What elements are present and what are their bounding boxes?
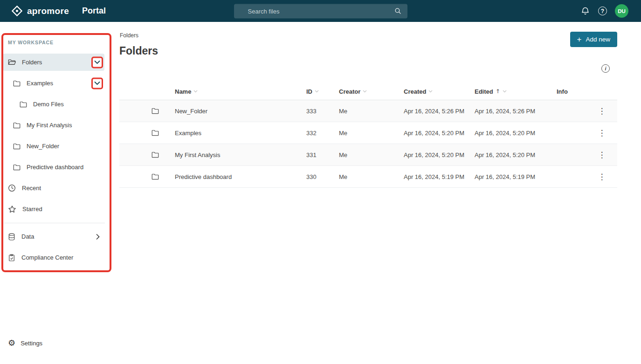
- apromore-logo-icon: [12, 6, 22, 16]
- sidebar-item-label: Demo Files: [33, 101, 64, 108]
- sidebar-item-label: Starred: [22, 206, 42, 213]
- row-id: 332: [306, 130, 339, 137]
- sort-caret-icon: [363, 90, 367, 93]
- user-avatar[interactable]: DU: [615, 4, 628, 18]
- folder-icon: [151, 129, 175, 137]
- row-created: Apr 16, 2024, 5:20 PM: [404, 130, 475, 137]
- sidebar-item-label: Examples: [27, 80, 53, 87]
- chevron-right-icon: [96, 234, 100, 240]
- sidebar-item-label: Compliance Center: [21, 254, 73, 261]
- row-edited: Apr 16, 2024, 5:26 PM: [475, 108, 557, 115]
- row-id: 333: [306, 108, 339, 115]
- column-header-edited[interactable]: Edited ↑: [475, 88, 557, 95]
- apromore-logo[interactable]: apromore: [0, 6, 69, 16]
- search-bar: [234, 4, 407, 18]
- sidebar-item-folders[interactable]: Folders: [0, 52, 112, 73]
- column-header-creator[interactable]: Creator: [339, 88, 404, 95]
- row-creator: Me: [339, 173, 404, 180]
- search-icon[interactable]: [394, 7, 402, 15]
- row-actions-kebab-icon[interactable]: ⋮: [598, 106, 606, 116]
- row-name: Predictive dashboard: [175, 173, 306, 180]
- clock-icon: [7, 184, 16, 192]
- sidebar-item-recent[interactable]: Recent: [0, 178, 112, 199]
- folder-icon: [13, 163, 21, 172]
- folder-icon: [13, 79, 21, 88]
- sort-caret-icon: [428, 90, 433, 93]
- search-input[interactable]: [234, 4, 407, 18]
- plus-icon: +: [577, 35, 582, 43]
- sidebar-item-my-first-analysis[interactable]: My First Analysis: [0, 115, 112, 136]
- row-edited: Apr 16, 2024, 5:20 PM: [475, 151, 557, 158]
- row-name: Examples: [175, 130, 306, 137]
- database-icon: [7, 233, 16, 241]
- table-row[interactable]: New_Folder 333 Me Apr 16, 2024, 5:26 PM …: [119, 100, 617, 122]
- settings-button[interactable]: ⚙ Settings: [8, 339, 42, 347]
- row-id: 331: [306, 151, 339, 158]
- folder-icon: [13, 121, 21, 130]
- sort-ascending-icon: ↑: [496, 88, 500, 95]
- app-title: Portal: [82, 6, 106, 16]
- workspace-section-label: MY WORKSPACE: [8, 40, 112, 45]
- table-row[interactable]: My First Analysis 331 Me Apr 16, 2024, 5…: [119, 144, 617, 166]
- column-header-info: Info: [557, 88, 617, 95]
- column-header-id[interactable]: ID: [306, 88, 339, 95]
- row-creator: Me: [339, 130, 404, 137]
- sidebar: MY WORKSPACE Folders Examples Demo Files…: [0, 22, 112, 364]
- sort-caret-icon: [503, 90, 507, 93]
- settings-label: Settings: [21, 340, 42, 347]
- breadcrumb[interactable]: Folders: [120, 32, 138, 39]
- notifications-bell-icon[interactable]: [580, 6, 590, 16]
- sidebar-item-label: My First Analysis: [27, 122, 72, 129]
- row-created: Apr 16, 2024, 5:26 PM: [404, 108, 475, 115]
- row-actions-kebab-icon[interactable]: ⋮: [598, 172, 606, 181]
- topbar-actions: ? DU: [580, 4, 641, 18]
- row-name: New_Folder: [175, 108, 306, 115]
- folders-expand-chevron-annotated[interactable]: [91, 56, 103, 68]
- folders-table: Name ID Creator Created Edited ↑ Info: [119, 83, 617, 188]
- folder-icon: [151, 172, 175, 181]
- column-header-name[interactable]: Name: [175, 88, 306, 95]
- help-icon[interactable]: ?: [598, 7, 607, 15]
- table-row[interactable]: Examples 332 Me Apr 16, 2024, 5:20 PM Ap…: [119, 122, 617, 144]
- examples-expand-chevron-annotated[interactable]: [91, 77, 103, 89]
- sidebar-divider: [4, 223, 105, 223]
- sidebar-item-label: Predictive dashboard: [27, 164, 83, 171]
- add-new-label: Add new: [586, 36, 610, 43]
- sidebar-item-label: Folders: [22, 59, 42, 66]
- sidebar-item-demo-files[interactable]: Demo Files: [0, 94, 112, 115]
- main-content: Folders Folders + Add new i Name ID Crea…: [112, 22, 641, 364]
- row-creator: Me: [339, 151, 404, 158]
- star-icon: [7, 205, 17, 214]
- question-mark-glyph: ?: [598, 7, 607, 15]
- clipboard-check-icon: [7, 254, 16, 262]
- row-actions-kebab-icon[interactable]: ⋮: [598, 128, 606, 137]
- page-title: Folders: [119, 45, 158, 57]
- row-creator: Me: [339, 108, 404, 115]
- table-row[interactable]: Predictive dashboard 330 Me Apr 16, 2024…: [119, 166, 617, 188]
- folder-icon: [19, 100, 28, 109]
- page-info-button[interactable]: i: [601, 64, 610, 73]
- add-new-button[interactable]: + Add new: [570, 32, 617, 47]
- sidebar-item-predictive-dashboard[interactable]: Predictive dashboard: [0, 157, 112, 178]
- row-id: 330: [306, 173, 339, 180]
- sidebar-item-new-folder[interactable]: New_Folder: [0, 136, 112, 157]
- top-bar: apromore Portal ? DU: [0, 0, 641, 22]
- table-body: New_Folder 333 Me Apr 16, 2024, 5:26 PM …: [119, 100, 617, 188]
- column-header-created[interactable]: Created: [404, 88, 475, 95]
- sort-caret-icon: [193, 90, 198, 93]
- sidebar-item-examples[interactable]: Examples: [0, 73, 112, 94]
- brand-name: apromore: [27, 6, 69, 16]
- sort-caret-icon: [315, 90, 319, 93]
- sidebar-item-starred[interactable]: Starred: [0, 199, 112, 220]
- table-header-row: Name ID Creator Created Edited ↑ Info: [119, 83, 617, 100]
- sidebar-item-data[interactable]: Data: [0, 226, 112, 247]
- row-created: Apr 16, 2024, 5:19 PM: [404, 173, 475, 180]
- row-actions-kebab-icon[interactable]: ⋮: [598, 150, 606, 159]
- sidebar-item-compliance-center[interactable]: Compliance Center: [0, 247, 112, 268]
- sidebar-item-label: New_Folder: [27, 143, 59, 150]
- gear-icon: ⚙: [8, 339, 15, 347]
- folder-open-icon: [7, 58, 16, 67]
- row-edited: Apr 16, 2024, 5:20 PM: [475, 130, 557, 137]
- sidebar-item-label: Data: [21, 233, 34, 240]
- folder-icon: [151, 107, 175, 115]
